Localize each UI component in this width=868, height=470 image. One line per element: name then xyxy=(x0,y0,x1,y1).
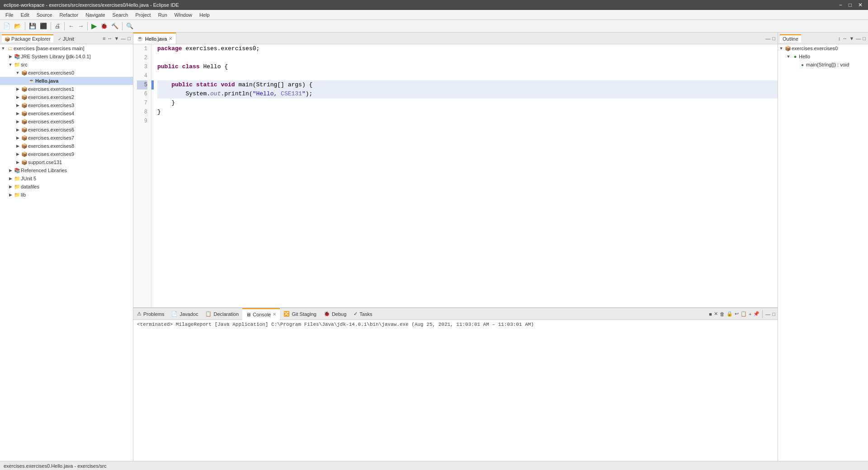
tree-item-exercises8[interactable]: ▶ 📦 exercises.exercises8 xyxy=(0,142,133,150)
link-editor-button[interactable]: ↔ xyxy=(107,35,113,42)
tab-problems[interactable]: ⚠ Problems xyxy=(133,308,168,320)
maximize-panel-button[interactable]: □ xyxy=(127,35,131,42)
prev-edit-button[interactable]: ← xyxy=(67,22,75,30)
menu-run[interactable]: Run xyxy=(155,11,171,19)
toggle-lib[interactable]: ▶ xyxy=(7,193,14,197)
toggle-support[interactable]: ▶ xyxy=(14,160,21,164)
toggle-reflib[interactable]: ▶ xyxy=(7,168,14,173)
menu-help[interactable]: Help xyxy=(196,11,213,19)
tab-javadoc[interactable]: 📄 Javadoc xyxy=(168,308,202,320)
outline-item-pkg[interactable]: ▼ 📦 exercises.exercises0 xyxy=(778,44,868,52)
view-menu-button[interactable]: ▼ xyxy=(113,35,119,42)
tab-outline[interactable]: Outline xyxy=(780,34,801,42)
build-button[interactable]: 🔨 xyxy=(110,22,120,30)
scroll-lock-button[interactable]: 🔒 xyxy=(726,310,733,317)
menu-navigate[interactable]: Navigate xyxy=(82,11,108,19)
tree-item-exercises1[interactable]: ▶ 📦 exercises.exercises1 xyxy=(0,85,133,93)
tab-junit[interactable]: ✓ JUnit xyxy=(55,34,77,42)
tree-item-src[interactable]: ▼ 📁 src xyxy=(0,61,133,69)
toggle-exercises7[interactable]: ▶ xyxy=(14,136,21,140)
new-console-button[interactable]: + xyxy=(748,311,752,317)
tree-item-jre[interactable]: ▶ 📚 JRE System Library [jdk-14.0.1] xyxy=(0,52,133,61)
print-button[interactable]: 🖨 xyxy=(53,22,62,30)
menu-refactor[interactable]: Refactor xyxy=(56,11,82,19)
tree-item-exercises7[interactable]: ▶ 📦 exercises.exercises7 xyxy=(0,134,133,142)
tree-item-datafiles[interactable]: ▶ 📁 datafiles xyxy=(0,183,133,191)
copy-output-button[interactable]: 📋 xyxy=(740,310,747,317)
tree-item-referenced-libraries[interactable]: ▶ 📚 Referenced Libraries xyxy=(0,166,133,174)
tree-item-hello-java[interactable]: ☕ Hello.java xyxy=(0,77,133,85)
toggle-exercises[interactable]: ▼ xyxy=(0,46,6,51)
maximize-button[interactable]: □ xyxy=(847,2,854,8)
tree-item-exercises4[interactable]: ▶ 📦 exercises.exercises4 xyxy=(0,109,133,118)
toggle-datafiles[interactable]: ▶ xyxy=(7,184,14,189)
menu-edit[interactable]: Edit xyxy=(17,11,33,19)
toggle-exercises4[interactable]: ▶ xyxy=(14,111,21,116)
toggle-exercises2[interactable]: ▶ xyxy=(14,95,21,99)
terminate-button[interactable]: ■ xyxy=(708,311,712,317)
tree-item-exercises0[interactable]: ▼ 📦 exercises.exercises0 xyxy=(0,69,133,77)
tree-item-lib[interactable]: ▶ 📁 lib xyxy=(0,191,133,199)
tab-declaration[interactable]: 📋 Declaration xyxy=(202,308,242,320)
editor-tab-close[interactable]: ✕ xyxy=(169,36,172,41)
outline-link-button[interactable]: ↔ xyxy=(842,35,848,42)
minimize-button[interactable]: − xyxy=(837,2,844,8)
menu-window[interactable]: Window xyxy=(171,11,196,19)
tree-item-exercises5[interactable]: ▶ 📦 exercises.exercises5 xyxy=(0,118,133,126)
outline-item-method[interactable]: ● main(String[]) : void xyxy=(778,61,868,69)
toggle-exercises9[interactable]: ▶ xyxy=(14,152,21,156)
outline-minimize[interactable]: — xyxy=(855,35,861,42)
open-button[interactable]: 📂 xyxy=(13,22,23,30)
toggle-exercises3[interactable]: ▶ xyxy=(14,103,21,108)
tab-console[interactable]: 🖥 Console ✕ xyxy=(242,308,280,320)
debug-button[interactable]: 🐞 xyxy=(99,22,109,30)
tree-item-exercises[interactable]: ▼ 🗂 exercises [base-exercises main] xyxy=(0,44,133,52)
tree-item-exercises2[interactable]: ▶ 📦 exercises.exercises2 xyxy=(0,93,133,101)
toggle-exercises5[interactable]: ▶ xyxy=(14,119,21,124)
search-toolbar-button[interactable]: 🔍 xyxy=(125,22,135,30)
code-editor[interactable]: 1 2 3 4 5 6 7 8 9 packag xyxy=(133,44,778,307)
tab-tasks[interactable]: ✓ Tasks xyxy=(350,308,376,320)
tab-debug[interactable]: 🐞 Debug xyxy=(320,308,350,320)
menu-project[interactable]: Project xyxy=(132,11,154,19)
toggle-src[interactable]: ▼ xyxy=(7,62,14,67)
menu-search[interactable]: Search xyxy=(109,11,132,19)
close-button[interactable]: ✕ xyxy=(856,2,864,8)
toggle-jre[interactable]: ▶ xyxy=(7,54,14,59)
tab-git-staging[interactable]: 🔀 Git Staging xyxy=(280,308,320,320)
bottom-minimize[interactable]: — xyxy=(765,311,771,317)
remove-launch-button[interactable]: ✕ xyxy=(713,310,718,317)
menu-source[interactable]: Source xyxy=(33,11,56,19)
tree-item-exercises6[interactable]: ▶ 📦 exercises.exercises6 xyxy=(0,126,133,134)
tree-item-exercises9[interactable]: ▶ 📦 exercises.exercises9 xyxy=(0,150,133,158)
run-button[interactable]: ▶ xyxy=(90,21,98,31)
word-wrap-button[interactable]: ↩ xyxy=(734,310,739,317)
outline-maximize[interactable]: □ xyxy=(862,35,866,42)
console-tab-close[interactable]: ✕ xyxy=(273,312,276,317)
collapse-all-button[interactable]: ≡ xyxy=(102,35,106,42)
editor-minimize[interactable]: — xyxy=(765,35,771,42)
save-all-button[interactable]: ⬛ xyxy=(38,22,48,30)
save-button[interactable]: 💾 xyxy=(28,22,38,30)
toggle-exercises0[interactable]: ▼ xyxy=(14,70,21,75)
menu-file[interactable]: File xyxy=(2,11,17,19)
outline-menu-button[interactable]: ▼ xyxy=(849,35,854,42)
tree-item-junit5[interactable]: ▶ 📁 JUnit 5 xyxy=(0,174,133,183)
editor-maximize[interactable]: □ xyxy=(772,35,776,42)
new-button[interactable]: 📄 xyxy=(2,22,12,30)
minimize-panel-button[interactable]: — xyxy=(120,35,126,42)
next-edit-button[interactable]: → xyxy=(76,22,85,30)
tree-item-exercises3[interactable]: ▶ 📦 exercises.exercises3 xyxy=(0,101,133,109)
toggle-exercises1[interactable]: ▶ xyxy=(14,87,21,91)
toggle-exercises6[interactable]: ▶ xyxy=(14,127,21,132)
toggle-junit5[interactable]: ▶ xyxy=(7,176,14,181)
clear-console-button[interactable]: 🗑 xyxy=(719,311,725,317)
tab-package-explorer[interactable]: 📦 Package Explorer xyxy=(2,34,53,42)
bottom-maximize[interactable]: □ xyxy=(772,311,776,317)
pin-console-button[interactable]: 📌 xyxy=(753,310,760,317)
outline-item-class[interactable]: ▼ ● Hello xyxy=(778,52,868,61)
code-content[interactable]: package exercises.exercises0; public cla… xyxy=(154,44,778,307)
editor-tab-hello[interactable]: ☕ Hello.java ✕ xyxy=(133,33,176,44)
toggle-exercises8[interactable]: ▶ xyxy=(14,144,21,148)
tree-item-support[interactable]: ▶ 📦 support.cse131 xyxy=(0,158,133,166)
